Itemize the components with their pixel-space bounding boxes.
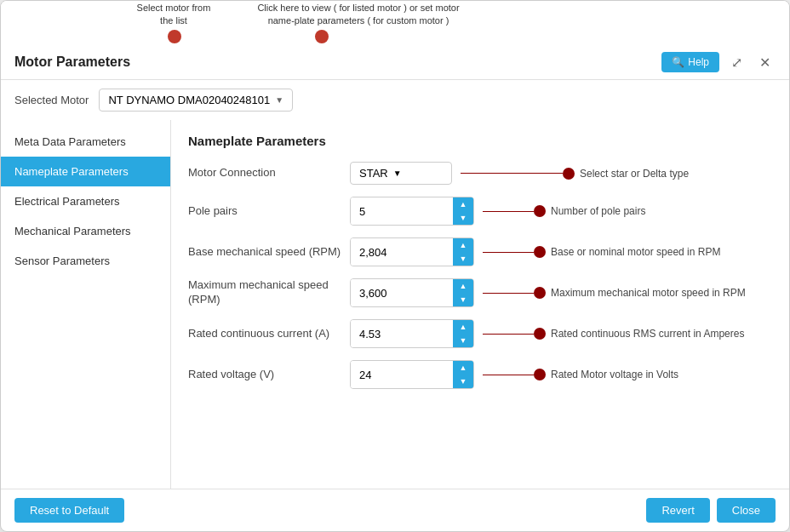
- increment-rated-voltage[interactable]: ▲: [453, 361, 473, 375]
- spinner-max-speed: ▲ ▼: [453, 279, 473, 306]
- annot-line: [461, 173, 563, 174]
- annot-line: [483, 252, 534, 253]
- annot-line: [483, 334, 534, 335]
- sidebar-item-electrical[interactable]: Electrical Parameters: [1, 186, 170, 216]
- form-row-base-speed: Base mechanical speed (RPM) ▲ ▼ Base or …: [188, 237, 772, 266]
- annotation-left-dot: [168, 30, 181, 43]
- spinner-rated-current: ▲ ▼: [453, 320, 473, 347]
- sidebar-item-sensor[interactable]: Sensor Parameters: [1, 246, 170, 276]
- sidebar: Meta Data Parameters Nameplate Parameter…: [1, 120, 171, 489]
- footer: Reset to Default Revert Close: [1, 489, 789, 531]
- content-title: Nameplate Parameters: [188, 134, 772, 148]
- annot-dot: [563, 168, 575, 180]
- decrement-max-speed[interactable]: ▼: [453, 293, 473, 306]
- annotation-rated-current: Rated continuous RMS current in Amperes: [483, 328, 744, 340]
- sidebar-item-meta[interactable]: Meta Data Parameters: [1, 127, 170, 157]
- main-content: Meta Data Parameters Nameplate Parameter…: [1, 120, 789, 489]
- increment-rated-current[interactable]: ▲: [453, 320, 473, 334]
- chevron-down-icon: ▼: [393, 169, 402, 178]
- annotation-left-text: Select motor from the list: [123, 2, 224, 27]
- decrement-rated-voltage[interactable]: ▼: [453, 375, 473, 388]
- decrement-pole-pairs[interactable]: ▼: [453, 211, 473, 225]
- chevron-down-icon: ▼: [275, 95, 283, 105]
- dropdown-motor-connection[interactable]: STAR ▼: [350, 162, 452, 185]
- dialog-header: Motor Parameters 🔍 Help ⤢ ✕: [1, 45, 789, 80]
- search-icon: 🔍: [672, 56, 684, 68]
- increment-pole-pairs[interactable]: ▲: [453, 197, 473, 211]
- spinner-base-speed: ▲ ▼: [453, 238, 473, 266]
- decrement-rated-current[interactable]: ▼: [453, 334, 473, 347]
- annotation-bar: Select motor from the list Click here to…: [1, 1, 789, 45]
- annotation-rated-voltage: Rated Motor voltage in Volts: [483, 369, 678, 380]
- annot-line: [483, 293, 534, 294]
- annotation-motor-connection: Select star or Delta type: [461, 168, 689, 180]
- reset-to-default-button[interactable]: Reset to Default: [14, 498, 124, 523]
- form-row-max-speed: Maximum mechanical speed (RPM) ▲ ▼ Maxim…: [188, 278, 772, 307]
- input-max-speed[interactable]: [351, 279, 453, 306]
- motor-select-row: Selected Motor NT DYNAMO DMA02040248101 …: [1, 80, 789, 120]
- control-base-speed: ▲ ▼: [350, 237, 474, 266]
- control-max-speed: ▲ ▼: [350, 278, 474, 307]
- increment-max-speed[interactable]: ▲: [453, 279, 473, 293]
- spinner-rated-voltage: ▲ ▼: [453, 361, 473, 388]
- input-pole-pairs[interactable]: [351, 197, 453, 225]
- revert-button[interactable]: Revert: [646, 498, 709, 523]
- form-row-motor-connection: Motor Connection STAR ▼ Select star or D…: [188, 162, 772, 185]
- annot-text-base-speed: Base or nominal motor speed in RPM: [551, 246, 720, 258]
- annotation-max-speed: Maximum mechanical motor speed in RPM: [483, 287, 746, 299]
- annot-dot: [534, 328, 546, 340]
- label-rated-current: Rated continuous current (A): [188, 327, 350, 341]
- form-row-rated-voltage: Rated voltage (V) ▲ ▼ Rated Motor voltag…: [188, 360, 772, 389]
- footer-right: Revert Close: [646, 498, 776, 523]
- annotation-base-speed: Base or nominal motor speed in RPM: [483, 246, 720, 258]
- header-actions: 🔍 Help ⤢ ✕: [661, 52, 776, 72]
- label-base-speed: Base mechanical speed (RPM): [188, 245, 350, 260]
- decrement-base-speed[interactable]: ▼: [453, 252, 473, 266]
- control-rated-voltage: ▲ ▼: [350, 360, 474, 389]
- motor-select-label: Selected Motor: [14, 94, 89, 106]
- input-base-speed[interactable]: [351, 238, 453, 266]
- annot-dot: [534, 205, 546, 217]
- form-row-rated-current: Rated continuous current (A) ▲ ▼ Rated c…: [188, 319, 772, 348]
- input-rated-voltage[interactable]: [351, 361, 453, 388]
- number-input-wrap-rated-voltage: ▲ ▼: [350, 360, 474, 389]
- annotation-right-dot: [315, 30, 329, 43]
- control-pole-pairs: ▲ ▼: [350, 197, 474, 226]
- control-rated-current: ▲ ▼: [350, 319, 474, 348]
- number-input-wrap-pole-pairs: ▲ ▼: [350, 197, 474, 226]
- close-footer-button[interactable]: Close: [717, 498, 776, 523]
- input-rated-current[interactable]: [351, 320, 453, 347]
- control-motor-connection: STAR ▼: [350, 162, 452, 185]
- sidebar-item-nameplate[interactable]: Nameplate Parameters: [1, 157, 170, 186]
- annotation-right-text: Click here to view ( for listed motor ) …: [248, 2, 469, 27]
- help-button[interactable]: 🔍 Help: [661, 52, 719, 72]
- label-rated-voltage: Rated voltage (V): [188, 368, 350, 382]
- annot-text-rated-current: Rated continuous RMS current in Amperes: [551, 328, 744, 340]
- number-input-wrap-max-speed: ▲ ▼: [350, 278, 474, 307]
- label-motor-connection: Motor Connection: [188, 166, 350, 180]
- spinner-pole-pairs: ▲ ▼: [453, 197, 473, 225]
- annot-text-pole-pairs: Number of pole pairs: [551, 205, 645, 217]
- dialog-title: Motor Parameters: [14, 54, 130, 70]
- annot-line: [483, 211, 534, 212]
- annot-text-rated-voltage: Rated Motor voltage in Volts: [551, 369, 678, 380]
- increment-base-speed[interactable]: ▲: [453, 238, 473, 252]
- number-input-wrap-base-speed: ▲ ▼: [350, 237, 474, 266]
- form-row-pole-pairs: Pole pairs ▲ ▼ Number of pole pairs: [188, 197, 772, 226]
- annot-text-max-speed: Maximum mechanical motor speed in RPM: [551, 287, 746, 299]
- annot-line: [483, 375, 534, 375]
- maximize-button[interactable]: ⤢: [726, 53, 747, 72]
- motor-select-value: NT DYNAMO DMA02040248101: [108, 94, 270, 106]
- motor-parameters-dialog: Select motor from the list Click here to…: [0, 0, 790, 532]
- content-area: Nameplate Parameters Motor Connection ST…: [171, 120, 789, 489]
- annot-dot: [534, 287, 546, 299]
- number-input-wrap-rated-current: ▲ ▼: [350, 319, 474, 348]
- annot-dot: [534, 369, 546, 380]
- label-max-speed: Maximum mechanical speed (RPM): [188, 278, 350, 307]
- label-pole-pairs: Pole pairs: [188, 204, 350, 219]
- annotation-pole-pairs: Number of pole pairs: [483, 205, 645, 217]
- sidebar-item-mechanical[interactable]: Mechanical Parameters: [1, 216, 170, 246]
- motor-select-dropdown[interactable]: NT DYNAMO DMA02040248101 ▼: [99, 89, 293, 112]
- annot-dot: [534, 246, 546, 258]
- close-button[interactable]: ✕: [754, 53, 776, 72]
